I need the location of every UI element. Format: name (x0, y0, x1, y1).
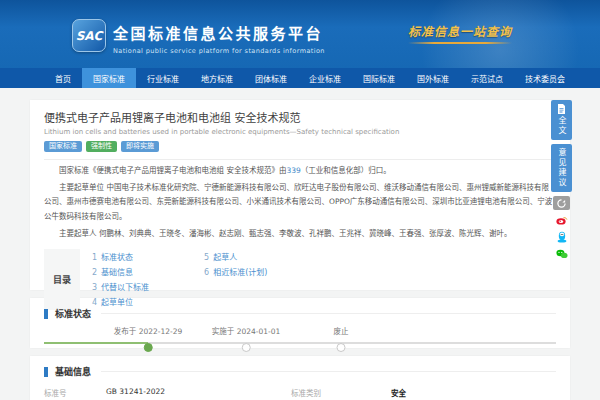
standard-title-cn: 便携式电子产品用锂离子电池和电池组 安全技术规范 (44, 109, 556, 125)
drafters-label: 主要起草人 (59, 229, 97, 238)
wechat-icon[interactable] (553, 247, 570, 261)
standard-title-en: Lithium ion cells and batteries used in … (44, 128, 556, 136)
timeline-node-abolished: 废止 (334, 325, 349, 350)
intro-prefix: 国家标准《便携式电子产品用锂离子电池和电池组 安全技术规范》由 (59, 166, 286, 175)
info-label-category: 标准类别 (291, 382, 391, 400)
fulltext-button[interactable]: 全文 (551, 100, 572, 140)
toc-list: 1标准状态 2基础信息 3代替以下标准 4起草单位 5起草人 6相近标准(计划) (80, 249, 267, 310)
document-icon (557, 104, 566, 114)
committee-link[interactable]: 339 (286, 166, 300, 175)
sac-logo[interactable]: SAC (72, 19, 106, 52)
info-label-standard-number: 标准号 (44, 382, 106, 400)
toc-num: 2 (92, 268, 97, 277)
qq-icon[interactable] (553, 230, 570, 244)
section-rule (101, 313, 556, 314)
section-marker (44, 309, 48, 319)
toc-item-label: 起草人 (213, 253, 237, 262)
main-nav: 首页 国家标准 行业标准 地方标准 团体标准 企业标准 国际标准 国外标准 示范… (0, 68, 600, 88)
feedback-label: 意见建议 (556, 148, 567, 188)
status-section-title: 标准状态 (55, 307, 91, 320)
brand: 全国标准信息公共服务平台 National public service pla… (113, 22, 325, 55)
nav-item-national-standards[interactable]: 国家标准 (82, 68, 136, 88)
drafting-units-label: 主要起草单位 (59, 183, 104, 192)
side-toolbar: 全文 意见建议 (551, 100, 572, 264)
nav-item-home[interactable]: 首页 (44, 68, 82, 88)
toc-item-similar-standards[interactable]: 6相近标准(计划) (204, 266, 267, 280)
toc-item-replaced-standards[interactable]: 3代替以下标准 (92, 281, 149, 295)
toc-num: 4 (92, 298, 97, 307)
toc-item-basic-info[interactable]: 2基础信息 (92, 266, 149, 280)
timeline-label-implemented: 实施于 2024-01-01 (212, 325, 280, 336)
timeline-dot-implemented (241, 343, 250, 352)
sac-logo-text: SAC (76, 29, 103, 43)
section-marker (44, 367, 48, 377)
toc-item-status[interactable]: 1标准状态 (92, 251, 149, 265)
nav-item-group-standards[interactable]: 团体标准 (244, 68, 298, 88)
site-header: SAC 全国标准信息公共服务平台 National public service… (0, 0, 600, 68)
slogan: 标准信息一站查询 (408, 22, 512, 44)
timeline-label-abolished: 废止 (334, 325, 349, 336)
share-icon[interactable] (553, 196, 570, 210)
badge-national-standard: 国家标准 (44, 141, 82, 152)
badge-row: 国家标准 强制性 即将实施 (44, 141, 556, 152)
toc-num: 6 (204, 268, 209, 277)
nav-item-technical-committee[interactable]: 技术委员会 (514, 68, 576, 88)
info-value-category: 安全 (391, 382, 556, 400)
badge-upcoming: 即将实施 (121, 141, 159, 152)
nav-item-enterprise-standards[interactable]: 企业标准 (298, 68, 352, 88)
drafting-units-text: 中国电子技术标准化研究院、宁德新能源科技有限公司、欣旺达电子股份有限公司、维沃移… (44, 183, 552, 221)
status-timeline: 发布于 2022-12-29 实施于 2024-01-01 废止 (44, 325, 556, 351)
basic-info-table: 标准号 GB 31241-2022 标准类别 安全 发布日期 2022-12-2… (44, 382, 556, 400)
standard-detail-card: 便携式电子产品用锂离子电池和电池组 安全技术规范 Lithium ion cel… (30, 100, 570, 290)
toc-item-drafting-units[interactable]: 4起草单位 (92, 296, 149, 310)
nav-item-foreign-standards[interactable]: 国外标准 (406, 68, 460, 88)
nav-item-industry-standards[interactable]: 行业标准 (136, 68, 190, 88)
basic-info-section: 基础信息 标准号 GB 31241-2022 标准类别 安全 发布日期 2022… (30, 356, 570, 400)
toc-item-label: 相近标准(计划) (213, 268, 267, 277)
feedback-button[interactable]: 意见建议 (551, 144, 572, 192)
slogan-underline (408, 42, 512, 44)
timeline-node-published: 发布于 2022-12-29 (114, 325, 182, 350)
badge-mandatory: 强制性 (86, 141, 117, 152)
divider (44, 159, 556, 160)
fulltext-label: 全文 (556, 116, 567, 136)
toc-num: 3 (92, 283, 97, 292)
slogan-text: 标准信息一站查询 (408, 22, 512, 39)
nav-item-local-standards[interactable]: 地方标准 (190, 68, 244, 88)
site-title: 全国标准信息公共服务平台 (113, 22, 325, 43)
intro-paragraph: 国家标准《便携式电子产品用锂离子电池和电池组 安全技术规范》由339（工业和信息… (44, 164, 556, 179)
toc-label: 目录 (44, 249, 80, 310)
drafting-units-paragraph: 主要起草单位 中国电子技术标准化研究院、宁德新能源科技有限公司、欣旺达电子股份有… (44, 181, 556, 225)
timeline-node-implemented: 实施于 2024-01-01 (212, 325, 280, 350)
toc-item-label: 标准状态 (101, 253, 133, 262)
timeline-label-published: 发布于 2022-12-29 (114, 325, 182, 336)
timeline-dot-abolished (337, 343, 346, 352)
info-value-standard-number: GB 31241-2022 (106, 382, 291, 400)
toc-item-label: 基础信息 (101, 268, 133, 277)
basic-info-header: 基础信息 (44, 365, 556, 378)
toc-num: 1 (92, 253, 97, 262)
section-rule (101, 371, 556, 372)
drafters-paragraph: 主要起草人 何鹏林、刘典典、王晓冬、潘海彬、赵志刚、甄志强、李敬波、孔祥鹏、王兆… (44, 227, 556, 242)
intro-suffix: （工业和信息化部）归口。 (301, 166, 391, 175)
toc-item-label: 起草单位 (101, 298, 133, 307)
toc-num: 5 (204, 253, 209, 262)
site-subtitle: National public service platform for sta… (113, 47, 325, 55)
toc-item-drafters[interactable]: 5起草人 (204, 251, 267, 265)
toc-item-label: 代替以下标准 (101, 283, 149, 292)
timeline-dot-published (143, 343, 152, 352)
weibo-icon[interactable] (553, 213, 570, 227)
nav-item-international-standards[interactable]: 国际标准 (352, 68, 406, 88)
basic-info-title: 基础信息 (55, 365, 91, 378)
drafters-text: 何鹏林、刘典典、王晓冬、潘海彬、赵志刚、甄志强、李敬波、孔祥鹏、王兆祥、冀晓峰、… (99, 229, 512, 238)
nav-item-pilot[interactable]: 示范试点 (460, 68, 514, 88)
